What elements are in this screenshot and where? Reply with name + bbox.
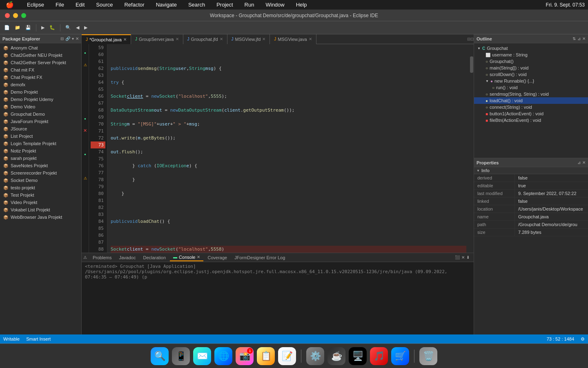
console-tab-declaration[interactable]: Declaration bbox=[140, 254, 169, 261]
menu-eclipse[interactable]: Eclipse bbox=[24, 1, 47, 9]
properties-section-info[interactable]: ▼ Info bbox=[474, 167, 588, 174]
tab-close-button[interactable]: ✕ bbox=[176, 37, 179, 41]
dock-trash[interactable]: 🗑️ bbox=[419, 347, 437, 365]
dock-reminders[interactable]: 📝 bbox=[278, 347, 296, 365]
tree-item-chat-projekt-fx[interactable]: 📦 Chat Projekt FX bbox=[0, 74, 81, 81]
toolbar-search[interactable]: 🔍 bbox=[64, 24, 73, 31]
tab-groupchat-jfd[interactable]: J Groupchat.jfd ✕ bbox=[183, 34, 227, 44]
tab-groupserver-java[interactable]: J GroupServer.java ✕ bbox=[131, 34, 183, 44]
toolbar-open[interactable]: 📁 bbox=[13, 24, 22, 31]
tab-close-button[interactable]: ✕ bbox=[262, 37, 265, 41]
close-button[interactable] bbox=[5, 13, 10, 18]
tree-item-socket-demo[interactable]: 📦 Socket Demo bbox=[0, 177, 81, 184]
collapse-all-button[interactable]: ⊟ bbox=[60, 36, 64, 41]
tree-item-notiz[interactable]: 📦 Notiz Projekt bbox=[0, 147, 81, 155]
outline-item-scrolldown[interactable]: ○ scrollDown() : void bbox=[474, 71, 588, 78]
console-terminate-btn[interactable]: ⬛ bbox=[455, 255, 460, 260]
scrollbar-v[interactable] bbox=[470, 44, 474, 253]
tree-item-anonym-chat[interactable]: 📦 Anonym Chat bbox=[0, 44, 81, 52]
dock-settings[interactable]: ⚙️ bbox=[306, 347, 324, 365]
console-clear-btn[interactable]: ✕ bbox=[461, 255, 465, 260]
menu-window[interactable]: Window bbox=[263, 1, 287, 9]
console-tab-console[interactable]: ▬ Console ✕ bbox=[170, 254, 203, 261]
tree-item-javaforum[interactable]: 📦 JavaForum Projekt bbox=[0, 118, 81, 125]
tree-item-testo[interactable]: 📦 testo projekt bbox=[0, 184, 81, 191]
outline-item-main[interactable]: ○ main(String[]) : void bbox=[474, 65, 588, 71]
tree-item-groupchat-demo[interactable]: 📦 Groupchat Demo bbox=[0, 110, 81, 118]
apple-menu[interactable]: 🍎 bbox=[3, 0, 16, 9]
menu-source[interactable]: Source bbox=[94, 1, 115, 9]
tab-close-button[interactable]: ✕ bbox=[123, 37, 127, 42]
tab-groupchat-java[interactable]: J *Groupchat.java ✕ bbox=[82, 34, 131, 44]
minimize-button[interactable] bbox=[13, 13, 18, 18]
menu-edit[interactable]: Edit bbox=[73, 1, 87, 9]
settings-icon[interactable]: ⚙ bbox=[581, 337, 585, 342]
outline-item-sendmsg[interactable]: ○ sendmsg(String, String) : void bbox=[474, 91, 588, 97]
dock-mail[interactable]: ✉️ bbox=[193, 347, 211, 365]
tab-close-button[interactable]: ✕ bbox=[220, 37, 223, 41]
dock-finder[interactable]: 🔍 bbox=[151, 347, 169, 365]
dock-notes[interactable]: 📋 bbox=[257, 347, 275, 365]
outline-item-button1[interactable]: ■ button1(ActionEvent) : void bbox=[474, 110, 588, 117]
toolbar-new[interactable]: 📄 bbox=[2, 24, 11, 31]
outline-item-run[interactable]: ○ run() : void bbox=[474, 84, 588, 91]
console-tab-javadoc[interactable]: Javadoc bbox=[116, 254, 139, 261]
outline-item-groupchat[interactable]: ▼ C Groupchat bbox=[474, 45, 588, 52]
tree-item-demo-projekt[interactable]: 📦 Demo Projekt bbox=[0, 88, 81, 96]
toolbar-debug[interactable]: 🐛 bbox=[48, 24, 57, 31]
tree-item-savenotes[interactable]: 📦 SaveNotes Projekt bbox=[0, 162, 81, 169]
dock-eclipse[interactable]: ☕ bbox=[327, 347, 345, 365]
outline-item-constructor[interactable]: ○ Groupchat() bbox=[474, 58, 588, 65]
toolbar-back[interactable]: ◀ bbox=[74, 24, 81, 31]
dock-launchpad[interactable]: 📱 bbox=[172, 347, 190, 365]
maximize-button[interactable] bbox=[21, 13, 26, 18]
tree-item-test-projekt[interactable]: 📦 Test Projekt bbox=[0, 191, 81, 199]
code-editor[interactable]: public void sendmsg(String user,String m… bbox=[107, 44, 470, 253]
tab-msgview-jfd[interactable]: J MSGView.jfd ✕ bbox=[227, 34, 270, 44]
menu-project[interactable]: Project bbox=[214, 1, 235, 9]
outline-item-runnable[interactable]: ▼ ● new Runnable() {...} bbox=[474, 78, 588, 84]
tree-item-chat2gether-neu[interactable]: 📦 Chat2Gether NEU Projekt bbox=[0, 52, 81, 59]
dock-terminal[interactable]: 🖥️ bbox=[349, 347, 367, 365]
dock-music[interactable]: 🎵 bbox=[370, 347, 388, 365]
tree-item-chat-fx[interactable]: 📦 Chat mit FX bbox=[0, 66, 81, 74]
outline-close-btn[interactable]: ✕ bbox=[582, 36, 586, 41]
console-tab-coverage[interactable]: Coverage bbox=[204, 254, 230, 261]
tree-item-list-project[interactable]: 📦 List Project bbox=[0, 132, 81, 140]
console-scroll-btn[interactable]: ⬇ bbox=[466, 255, 470, 260]
menu-search[interactable]: Search bbox=[186, 1, 207, 9]
menu-navigate[interactable]: Navigate bbox=[154, 1, 179, 9]
toolbar-run[interactable]: ▶ bbox=[40, 24, 46, 31]
tree-item-jsource[interactable]: 📦 JSource bbox=[0, 125, 81, 132]
outline-item-loadchat[interactable]: ● loadChat() : void bbox=[474, 97, 588, 104]
outline-item-filebtn[interactable]: ■ fileBtn(ActionEvent) : void bbox=[474, 117, 588, 123]
menu-refactor[interactable]: Refactor bbox=[122, 1, 147, 9]
outline-filter-btn[interactable]: ⊿ bbox=[577, 36, 581, 41]
tab-msgview-java[interactable]: J MSGView.java ✕ bbox=[270, 34, 316, 44]
tab-close-button[interactable]: ✕ bbox=[309, 37, 312, 41]
tree-item-login-template[interactable]: 📦 Login Template Projekt bbox=[0, 140, 81, 147]
console-close-button[interactable]: ✕ bbox=[197, 255, 200, 259]
console-tab-problems[interactable]: Problems bbox=[89, 254, 115, 261]
dock-safari[interactable]: 🌐 bbox=[214, 347, 232, 365]
tree-item-video[interactable]: 📦 Video Projekt bbox=[0, 199, 81, 206]
view-menu-button[interactable]: ▾ bbox=[72, 36, 74, 41]
tree-item-vokabel[interactable]: 📦 Vokabel List Projekt bbox=[0, 206, 81, 213]
tree-item-demo-video[interactable]: 📦 Demo Video bbox=[0, 103, 81, 110]
tree-item-demofx[interactable]: 📦 demofx bbox=[0, 81, 81, 88]
menu-file[interactable]: File bbox=[53, 1, 67, 9]
close-panel-button[interactable]: ✕ bbox=[76, 36, 79, 41]
outline-item-username[interactable]: ⬜ username : String bbox=[474, 52, 588, 58]
tree-item-screenrecorder[interactable]: 📦 Screenrecorder Projekt bbox=[0, 169, 81, 177]
menu-help[interactable]: Help bbox=[294, 1, 310, 9]
properties-close-btn[interactable]: ✕ bbox=[582, 160, 586, 165]
outline-item-connect[interactable]: ○ connect(String) : void bbox=[474, 104, 588, 110]
toolbar-forward[interactable]: ▶ bbox=[82, 24, 89, 31]
console-tab-jformdesigner[interactable]: JFormDesigner Error Log bbox=[231, 254, 288, 261]
dock-appstore[interactable]: 🛒 bbox=[391, 347, 409, 365]
tree-item-webbrowser[interactable]: 📦 WebBrowser Java Projekt bbox=[0, 213, 81, 221]
minimize-editor-button[interactable]: ⊟ bbox=[467, 37, 470, 41]
properties-filter-btn[interactable]: ⊿ bbox=[577, 160, 581, 165]
tree-item-sarah[interactable]: 📦 sarah projekt bbox=[0, 155, 81, 162]
toolbar-save[interactable]: 💾 bbox=[24, 24, 33, 31]
